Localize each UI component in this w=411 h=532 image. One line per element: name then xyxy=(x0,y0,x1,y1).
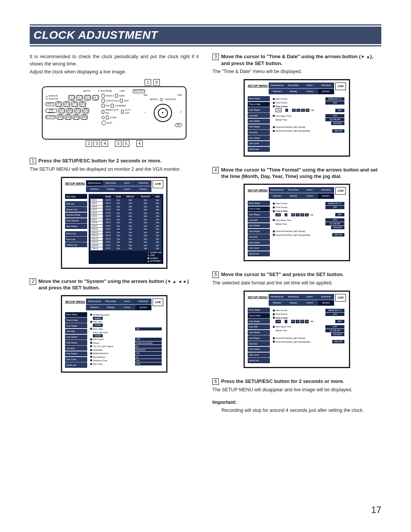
cam-btn-7: 7 xyxy=(71,102,78,107)
tab-switcher: Switcher xyxy=(86,187,103,192)
menu2-admin-button: ADMIN xyxy=(93,334,103,337)
cam-btn-8: 8 xyxy=(79,102,86,107)
setup-menu-screenshot-1: SETUP MENU Maintenance Recording Event S… xyxy=(61,177,167,269)
setup-menu-screenshot-3: SETUP MENUMaintenanceRecordingEventSched… xyxy=(244,79,350,157)
callout-b-3b: 3 xyxy=(115,140,121,147)
label-ab: A-B REPEAT xyxy=(115,105,126,108)
label-search: SEARCH xyxy=(150,98,158,101)
content-columns: It is recommended to check the clock per… xyxy=(30,53,381,414)
cam-btn-6: 6 xyxy=(63,102,70,107)
device-panel: ■ STOP ► PLAY/PAUSE ● REC REC STOP ⊚⊚ MO… xyxy=(42,86,186,140)
step-3-number: 3 xyxy=(212,54,219,60)
intro-paragraph-2: Adjust the clock when displaying a live … xyxy=(30,68,199,76)
set-button-hw: SET xyxy=(175,123,182,127)
label-monitor: MONITOR MONITOR xyxy=(49,95,67,100)
menu1-side-item: Data Delete xyxy=(65,224,87,229)
device-mid-cluster: PAN/TILT MARK ZOOM FOCUS TEXT IRIS A-B R… xyxy=(102,94,134,126)
menu2-sidebar: Basic SetupTime & DateUser Regist.User E… xyxy=(65,312,87,368)
step-6-number: 6 xyxy=(212,378,219,385)
step-3-title: Move the cursor to "Time & Date" using t… xyxy=(221,53,381,67)
step-1-desc: The SETUP MENU will be displayed on moni… xyxy=(30,166,199,173)
menu-title-2: SETUP MENU xyxy=(65,299,86,305)
cam-btn-15: 15 xyxy=(73,114,80,120)
tab2-switcher: Switcher xyxy=(86,305,103,310)
label-fwd: FWD xyxy=(178,94,182,97)
label-busy: BUSY xyxy=(107,122,113,125)
step-2-number: 2 xyxy=(30,278,36,285)
label-iris: IRIS xyxy=(106,105,110,108)
cam-btn-1: 1 xyxy=(68,95,75,100)
step-3: 3 Move the cursor to "Time & Date" using… xyxy=(212,53,381,75)
step-4-title: Move the cursor to "Time Format" using t… xyxy=(221,167,381,180)
label-recstop: REC STOP xyxy=(133,89,145,93)
tab-system: System xyxy=(135,187,151,192)
tab-maintenance: Maintenance xyxy=(86,181,103,186)
menu2-side-item: Host Edit xyxy=(65,346,87,351)
label-mark: MARK xyxy=(119,95,124,98)
tab-display: Display xyxy=(103,187,119,192)
tab2-schedule: Schedule xyxy=(135,299,151,304)
label-listed: LISTED xyxy=(110,116,117,119)
menu1-side-item: REC Rate xyxy=(65,194,87,199)
callout-b-2: 2 xyxy=(86,140,92,147)
tab-event: Event xyxy=(119,181,135,186)
title-rule-bottom xyxy=(30,45,381,46)
cam-btn-9: 9 xyxy=(58,108,65,113)
device-callouts-top: 1 6 xyxy=(42,79,186,86)
cam-btn-14: 14 xyxy=(65,114,72,120)
tab2-display: Display xyxy=(103,305,119,310)
live-indicator: LIVE xyxy=(153,180,163,188)
setup-menu-screenshot-2: SETUP MENU Maintenance Recording Event S… xyxy=(61,295,167,373)
step-6-title: Press the SETUP/ESC button for 2 seconds… xyxy=(221,378,344,385)
menu1-side-item: Disk End Mode xyxy=(65,213,87,218)
important-heading: Important: xyxy=(212,399,381,406)
step-4-number: 4 xyxy=(212,167,219,173)
menu-title: SETUP MENU xyxy=(65,180,86,187)
step-5-desc: The selected date format and the set tim… xyxy=(212,279,381,287)
device-figure: 1 6 ■ STOP ► PLAY/PAUSE ● REC REC STOP ⊚… xyxy=(42,79,186,147)
menu1-side-item: Version Info xyxy=(65,207,87,212)
important-body: Recording will stop for around 4 seconds… xyxy=(221,407,381,414)
cam-btn-16: 16 xyxy=(81,114,88,120)
tab2-recording: Recording xyxy=(103,299,119,304)
label-goto: GO TO LAST xyxy=(125,109,134,114)
callout-6: 6 xyxy=(153,79,160,86)
menu2-admin-button: ADMIN xyxy=(93,324,103,327)
label-preset: PRESET AUTO ESC xyxy=(105,109,120,114)
rec-legend: SUPER FINEFINENORMALEXTENDED xyxy=(147,251,162,263)
device-left-cluster: ⊚⊚ MONITOR MONITOR 1 2 3 4 SHIFT 5 6 7 8 xyxy=(46,95,99,121)
arrows-2way-icon: ▼ ▲ xyxy=(361,54,370,59)
menu2-side-item: Host Regist. xyxy=(65,340,87,345)
menu1-content: MANUSCHEPRE-EVTPOST-EVTEMR CAM 1AUTO1ips… xyxy=(89,194,163,264)
label-rev: REV xyxy=(144,94,148,97)
menu2-content: ADMIN PasswordADMINPSD UserADMINAuto Log… xyxy=(89,312,163,368)
cam-btn-3: 3 xyxy=(84,95,91,100)
step-1-number: 1 xyxy=(30,158,36,164)
setup-menu-screenshot-5: SETUP MENUMaintenanceRecordingEventSched… xyxy=(244,291,350,368)
page-title-block: CLOCK ADJUSTMENT xyxy=(30,24,381,46)
left-column: It is recommended to check the clock per… xyxy=(30,53,199,414)
tab2-comm: Comm xyxy=(119,305,135,310)
menu1-side-item: Access Log xyxy=(65,242,87,247)
callout-b-4a: 4 xyxy=(102,140,108,147)
step-3-desc: The "Time & Date" menu will be displayed… xyxy=(212,68,381,75)
menu2-side-item: Host Delete xyxy=(65,351,87,356)
menu2-side-item: User Edit xyxy=(65,329,87,334)
label-pan: PAN/TILT xyxy=(106,95,114,98)
step-6: 6 Press the SETUP/ESC button for 2 secon… xyxy=(212,378,381,394)
step-1: 1 Press the SETUP/ESC button for 2 secon… xyxy=(30,157,199,173)
step-2: 2 Move the cursor to "System" using the … xyxy=(30,278,199,291)
device-callouts-bottom: 2 3 4 3 5 4 xyxy=(42,140,186,147)
menu2-side-item: User Level xyxy=(65,357,87,362)
menu1-sidebar: REC RateDisk InfoVersion InfoDisk End Mo… xyxy=(65,194,87,264)
cam-btn-11: 11 xyxy=(74,108,81,113)
callout-b-5: 5 xyxy=(123,140,129,147)
label-text: TEXT xyxy=(124,100,129,103)
menu2-side-item: Save/Load xyxy=(65,362,87,367)
menu1-side-item: Disk Capacity xyxy=(65,218,87,223)
jog-dial: ◆ xyxy=(154,104,172,122)
setup-menu-screenshot-4: SETUP MENUMaintenanceRecordingEventSched… xyxy=(244,184,350,261)
cam-btn-5: 5 xyxy=(55,102,62,107)
monitor-icon: ⊚⊚ xyxy=(46,95,48,100)
menu2-side-item: User Delete xyxy=(65,335,87,340)
